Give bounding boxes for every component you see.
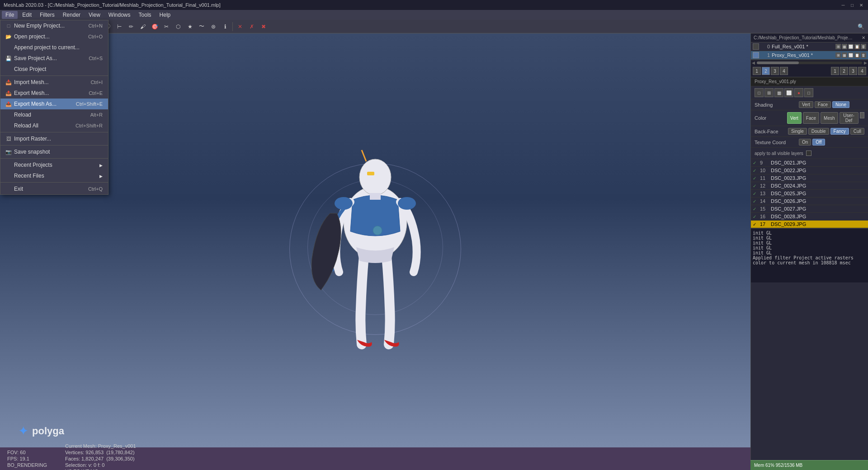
toolbar-pick[interactable]: 🎯 <box>149 21 160 32</box>
layer-row-1[interactable]: 1 Proxy_Res_v001 * ⊞ ▦ ⬜ 📋 🗑 <box>751 51 868 60</box>
fm-recent-files[interactable]: Recent Files <box>0 170 108 181</box>
tab-r1[interactable]: 1 <box>831 67 839 75</box>
raster-row-14[interactable]: ✓ 14 DSC_0026.JPG <box>751 197 868 205</box>
layer-0-icon-2[interactable]: ▦ <box>842 44 847 49</box>
toolbar-brush[interactable]: 🖌 <box>137 21 148 32</box>
mesh-label: Proxy_Res_v001.ply <box>751 77 868 86</box>
fm-reload[interactable]: Reload Alt+R <box>0 109 108 120</box>
prop-icon-2[interactable]: ⊞ <box>764 88 774 97</box>
shading-face[interactable]: Face <box>815 101 831 108</box>
fm-import-mesh[interactable]: 📥 Import Mesh... Ctrl+I <box>0 77 108 88</box>
toolbar-cut[interactable]: ✂ <box>161 21 172 32</box>
apply-checkbox[interactable] <box>806 150 811 156</box>
fm-close-project[interactable]: Close Project <box>0 64 108 75</box>
scroll-bar-h[interactable]: ◀ ▶ <box>751 60 868 65</box>
minimize-button[interactable]: ─ <box>840 2 846 8</box>
layer-1-icon-1[interactable]: ⊞ <box>835 52 841 58</box>
fm-append-label: Append project to current... <box>14 44 80 51</box>
raster-row-15[interactable]: ✓ 15 DSC_0027.JPG <box>751 205 868 213</box>
toolbar-info[interactable]: ℹ <box>220 21 231 32</box>
toolbar-ruler[interactable]: ⊢ <box>114 21 125 32</box>
right-panel-close[interactable]: ✕ <box>862 35 865 40</box>
fm-export-mesh[interactable]: 📤 Export Mesh... Ctrl+E <box>0 88 108 99</box>
backface-double[interactable]: Double <box>808 128 829 135</box>
backface-cull[interactable]: Cull <box>850 128 864 135</box>
fm-exit[interactable]: Exit Ctrl+Q <box>0 183 108 194</box>
toolbar-star[interactable]: ★ <box>184 21 195 32</box>
prop-icon-4[interactable]: ⬜ <box>784 88 793 97</box>
close-button[interactable]: ✕ <box>858 2 864 8</box>
backface-fancy[interactable]: Fancy <box>830 128 849 135</box>
menu-render[interactable]: Render <box>59 11 84 19</box>
tab-r2[interactable]: 2 <box>840 67 848 75</box>
toolbar-noise[interactable]: ⊛ <box>208 21 219 32</box>
menu-view[interactable]: View <box>85 11 104 19</box>
fm-snapshot-icon: 📷 <box>5 149 12 155</box>
raster-row-16[interactable]: ✓ 16 DSC_0028.JPG <box>751 213 868 221</box>
fm-open-project[interactable]: 📂 Open project... Ctrl+O <box>0 31 108 42</box>
fm-import-raster[interactable]: 🖼 Import Raster... <box>0 133 108 144</box>
raster-row-11[interactable]: ✓ 11 DSC_0023.JPG <box>751 174 868 182</box>
tab-1[interactable]: 1 <box>753 67 761 75</box>
tab-3[interactable]: 3 <box>771 67 779 75</box>
layer-0-icon-1[interactable]: ⊞ <box>835 44 841 49</box>
color-userdef[interactable]: User-Def <box>840 112 859 124</box>
color-vert[interactable]: Vert <box>787 112 802 124</box>
fm-exportmeshas-label: Export Mesh As... <box>14 101 57 107</box>
prop-icon-3[interactable]: ▦ <box>774 88 783 97</box>
raster-row-13[interactable]: ✓ 13 DSC_0025.JPG <box>751 190 868 197</box>
raster-row-10[interactable]: ✓ 10 DSC_0022.JPG <box>751 167 868 174</box>
menu-tools[interactable]: Tools <box>135 11 155 19</box>
svg-rect-4 <box>370 193 381 200</box>
menu-edit[interactable]: Edit <box>19 11 35 19</box>
toolbar-wave[interactable]: 〜 <box>196 21 207 32</box>
menu-file[interactable]: File <box>2 11 18 19</box>
raster-row-17[interactable]: ✓ 17 DSC_0029.JPG <box>751 221 868 228</box>
layer-1-icon-3[interactable]: ⬜ <box>848 52 854 58</box>
toolbar-del2[interactable]: ✗ <box>246 21 257 32</box>
menu-help[interactable]: Help <box>156 11 175 19</box>
raster-15-num: 15 <box>760 206 769 212</box>
fm-new-project[interactable]: □ New Empty Project... Ctrl+N <box>0 20 108 31</box>
raster-row-9[interactable]: ✓ 9 DSC_0021.JPG <box>751 159 868 167</box>
fm-reload-all[interactable]: Reload All Ctrl+Shift+R <box>0 120 108 131</box>
fm-recent-projects[interactable]: Recent Projects <box>0 160 108 170</box>
fm-save-snapshot[interactable]: 📷 Save snapshot <box>0 146 108 157</box>
fm-append-project[interactable]: Append project to current... <box>0 42 108 53</box>
texcoord-off[interactable]: Off <box>812 139 825 146</box>
menu-windows[interactable]: Windows <box>105 11 134 19</box>
raster-row-12[interactable]: ✓ 12 DSC_0024.JPG <box>751 182 868 190</box>
backface-single[interactable]: Single <box>788 128 807 135</box>
tab-2[interactable]: 2 <box>762 67 770 75</box>
layer-0-icon-5[interactable]: 🗑 <box>861 44 866 49</box>
color-face[interactable]: Face <box>803 112 819 124</box>
tab-4[interactable]: 4 <box>780 67 788 75</box>
toolbar-search[interactable]: 🔍 <box>855 21 866 32</box>
fm-save-project[interactable]: 💾 Save Project As... Ctrl+S <box>0 53 108 64</box>
layer-0-icon-3[interactable]: ⬜ <box>848 44 854 49</box>
layer-row-0[interactable]: 0 Full_Res_v001 * ⊞ ▦ ⬜ 📋 🗑 <box>751 42 868 51</box>
shading-vert[interactable]: Vert <box>799 101 813 108</box>
toolbar-fill[interactable]: ⬡ <box>173 21 184 32</box>
tab-r4[interactable]: 4 <box>858 67 866 75</box>
tab-r3[interactable]: 3 <box>849 67 857 75</box>
layer-1-icon-5[interactable]: 🗑 <box>861 52 866 58</box>
toolbar-del1[interactable]: ✕ <box>235 21 245 32</box>
layer-1-icon-2[interactable]: ▦ <box>842 52 847 58</box>
layer-0-icon-4[interactable]: 📋 <box>854 44 860 49</box>
toolbar-del3[interactable]: ✖ <box>258 21 269 32</box>
color-swatch[interactable] <box>860 112 864 118</box>
scroll-right-arrow[interactable]: ▶ <box>864 61 867 65</box>
prop-icon-1[interactable]: □ <box>755 88 764 97</box>
prop-icon-6[interactable]: □ <box>804 88 813 97</box>
fm-export-mesh-as[interactable]: 📤 Export Mesh As... Ctrl+Shift+E <box>0 99 108 109</box>
restore-button[interactable]: □ <box>849 2 855 8</box>
color-mesh[interactable]: Mesh <box>821 112 838 124</box>
shading-none[interactable]: None <box>832 101 849 108</box>
texcoord-on[interactable]: On <box>799 139 811 146</box>
toolbar-pen[interactable]: ✏ <box>126 21 137 32</box>
menu-filters[interactable]: Filters <box>36 11 58 19</box>
prop-icon-5[interactable]: ● <box>794 88 803 97</box>
scroll-left-arrow[interactable]: ◀ <box>752 61 755 65</box>
layer-1-icon-4[interactable]: 📋 <box>854 52 860 58</box>
